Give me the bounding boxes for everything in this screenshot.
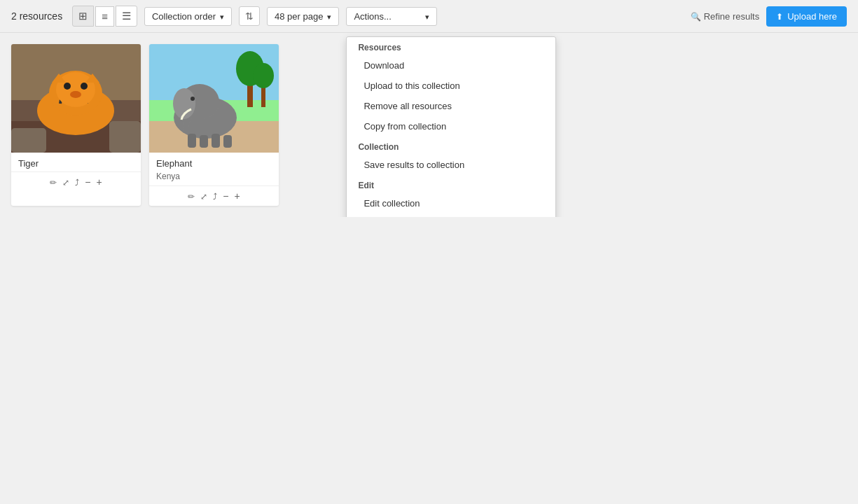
menu-item[interactable]: Edit all resources bbox=[347, 214, 555, 218]
menu-section-header: Edit bbox=[347, 175, 555, 193]
card-remove-icon[interactable] bbox=[85, 176, 90, 188]
menu-item[interactable]: Remove all resources bbox=[347, 96, 555, 116]
per-page-select[interactable]: 48 per page bbox=[267, 7, 339, 26]
upload-label: Upload here bbox=[787, 11, 837, 22]
grid-small-icon bbox=[102, 10, 108, 22]
actions-dropdown-wrapper: Actions... ResourcesDownloadUpload to th… bbox=[346, 7, 437, 26]
collection-order-chevron-icon bbox=[220, 11, 224, 22]
collection-order-select[interactable]: Collection order bbox=[144, 7, 232, 26]
view-grid-small-button[interactable] bbox=[95, 6, 114, 27]
card-subtitle: Kenya bbox=[149, 172, 279, 186]
upload-icon bbox=[776, 11, 783, 22]
svg-point-10 bbox=[81, 83, 88, 90]
per-page-label: 48 per page bbox=[275, 11, 323, 22]
svg-rect-26 bbox=[188, 134, 196, 148]
sort-button[interactable] bbox=[239, 6, 260, 26]
actions-chevron-icon bbox=[425, 11, 429, 22]
refine-search-icon bbox=[691, 11, 701, 22]
resource-count: 2 resources bbox=[11, 10, 62, 22]
upload-here-button[interactable]: Upload here bbox=[766, 6, 847, 27]
menu-section-header: Collection bbox=[347, 136, 555, 155]
card-share-icon[interactable] bbox=[213, 191, 217, 202]
list-icon bbox=[122, 10, 131, 22]
menu-item[interactable]: Edit collection bbox=[347, 193, 555, 214]
refine-label: Refine results bbox=[704, 11, 759, 22]
collection-order-label: Collection order bbox=[152, 11, 216, 22]
card-add-icon[interactable] bbox=[97, 176, 102, 188]
actions-label: Actions... bbox=[354, 11, 391, 22]
sort-icon bbox=[245, 10, 254, 22]
menu-item[interactable]: Copy from collection bbox=[347, 116, 555, 136]
per-page-chevron-icon bbox=[327, 11, 331, 22]
svg-point-9 bbox=[64, 83, 71, 90]
resource-card: Tiger bbox=[11, 44, 141, 206]
menu-item[interactable]: Save results to collection bbox=[347, 155, 555, 175]
actions-dropdown-menu: ResourcesDownloadUpload to this collecti… bbox=[346, 36, 556, 218]
svg-rect-28 bbox=[212, 134, 220, 148]
grid-large-icon bbox=[78, 10, 88, 22]
card-expand-icon[interactable] bbox=[62, 177, 69, 188]
card-add-icon[interactable] bbox=[235, 190, 240, 202]
card-edit-icon[interactable] bbox=[188, 191, 195, 202]
menu-item[interactable]: Upload to this collection bbox=[347, 76, 555, 96]
view-toggle bbox=[72, 6, 137, 27]
card-actions bbox=[149, 186, 279, 206]
svg-point-22 bbox=[253, 63, 274, 88]
svg-rect-14 bbox=[11, 128, 46, 153]
svg-rect-27 bbox=[200, 135, 208, 148]
svg-point-30 bbox=[191, 97, 195, 101]
svg-point-11 bbox=[70, 91, 81, 98]
menu-item[interactable]: Download bbox=[347, 55, 555, 76]
actions-button[interactable]: Actions... bbox=[346, 7, 437, 26]
card-remove-icon[interactable] bbox=[223, 190, 228, 202]
menu-section-header: Resources bbox=[347, 37, 555, 55]
svg-rect-15 bbox=[109, 121, 141, 153]
card-title: Elephant bbox=[149, 153, 279, 172]
card-title: Tiger bbox=[11, 153, 141, 172]
card-share-icon[interactable] bbox=[75, 177, 79, 188]
card-expand-icon[interactable] bbox=[200, 191, 207, 202]
view-grid-large-button[interactable] bbox=[72, 6, 94, 27]
view-list-button[interactable] bbox=[116, 6, 137, 27]
toolbar: 2 resources Collection order 48 per page… bbox=[0, 0, 858, 33]
svg-rect-29 bbox=[223, 135, 232, 148]
card-edit-icon[interactable] bbox=[50, 177, 57, 188]
refine-results-button[interactable]: Refine results bbox=[691, 11, 759, 22]
resource-grid: Tiger bbox=[11, 44, 279, 206]
svg-point-8 bbox=[56, 72, 95, 107]
resource-card: Elephant Kenya bbox=[149, 44, 279, 206]
card-actions bbox=[11, 172, 141, 192]
